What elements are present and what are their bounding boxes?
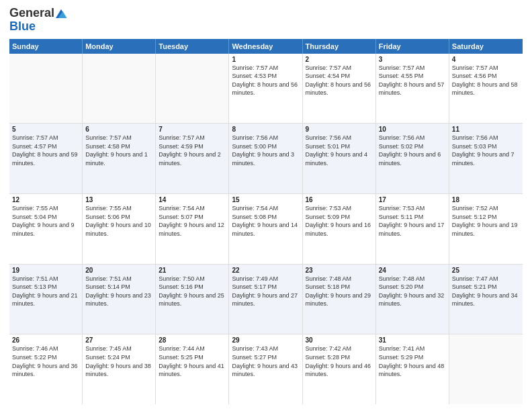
day-info: Sunrise: 7:57 AMSunset: 4:53 PMDaylight:… xyxy=(232,64,299,97)
day-info: Sunrise: 7:56 AMSunset: 5:00 PMDaylight:… xyxy=(232,134,299,167)
day-info: Sunrise: 7:51 AMSunset: 5:13 PMDaylight:… xyxy=(12,275,79,308)
day-number: 17 xyxy=(379,196,446,203)
day-number: 20 xyxy=(85,267,152,274)
cal-cell-day: 21Sunrise: 7:50 AMSunset: 5:16 PMDayligh… xyxy=(156,265,229,334)
logo-text: GeneralBlue xyxy=(9,7,67,34)
day-info: Sunrise: 7:57 AMSunset: 4:57 PMDaylight:… xyxy=(12,134,79,167)
cal-cell-day: 9Sunrise: 7:56 AMSunset: 5:01 PMDaylight… xyxy=(303,124,376,193)
cal-cell-day: 16Sunrise: 7:53 AMSunset: 5:09 PMDayligh… xyxy=(303,194,376,264)
cal-cell-day: 5Sunrise: 7:57 AMSunset: 4:57 PMDaylight… xyxy=(9,124,83,193)
day-number: 11 xyxy=(452,126,520,133)
day-number: 18 xyxy=(452,196,520,203)
calendar-row: 1Sunrise: 7:57 AMSunset: 4:53 PMDaylight… xyxy=(9,54,523,124)
cal-header-cell: Monday xyxy=(83,39,156,54)
day-info: Sunrise: 7:47 AMSunset: 5:21 PMDaylight:… xyxy=(452,275,520,308)
cal-cell-day: 18Sunrise: 7:52 AMSunset: 5:12 PMDayligh… xyxy=(449,194,523,264)
day-number: 15 xyxy=(232,196,299,203)
calendar-header: SundayMondayTuesdayWednesdayThursdayFrid… xyxy=(9,39,523,54)
cal-header-cell: Tuesday xyxy=(156,39,229,54)
day-info: Sunrise: 7:54 AMSunset: 5:07 PMDaylight:… xyxy=(159,204,226,238)
day-info: Sunrise: 7:57 AMSunset: 4:55 PMDaylight:… xyxy=(379,64,446,97)
day-number: 9 xyxy=(306,126,373,133)
cal-cell-day: 6Sunrise: 7:57 AMSunset: 4:58 PMDaylight… xyxy=(83,124,156,193)
cal-cell-day: 15Sunrise: 7:54 AMSunset: 5:08 PMDayligh… xyxy=(229,194,302,264)
day-info: Sunrise: 7:56 AMSunset: 5:02 PMDaylight:… xyxy=(379,134,446,167)
cal-cell-day: 12Sunrise: 7:55 AMSunset: 5:04 PMDayligh… xyxy=(9,194,83,264)
day-info: Sunrise: 7:55 AMSunset: 5:04 PMDaylight:… xyxy=(12,204,79,238)
cal-cell-day: 30Sunrise: 7:42 AMSunset: 5:28 PMDayligh… xyxy=(303,334,376,404)
day-number: 3 xyxy=(379,56,446,63)
cal-cell-day: 24Sunrise: 7:48 AMSunset: 5:20 PMDayligh… xyxy=(376,265,449,334)
logo-icon xyxy=(55,8,67,19)
logo: GeneralBlue xyxy=(9,7,67,34)
day-number: 5 xyxy=(12,126,79,133)
cal-header-cell: Sunday xyxy=(9,39,83,54)
cal-cell-day: 10Sunrise: 7:56 AMSunset: 5:02 PMDayligh… xyxy=(376,124,449,193)
day-info: Sunrise: 7:41 AMSunset: 5:29 PMDaylight:… xyxy=(379,345,446,378)
page-container: GeneralBlue SundayMondayTuesdayWednesday… xyxy=(0,0,532,411)
day-info: Sunrise: 7:53 AMSunset: 5:09 PMDaylight:… xyxy=(306,204,373,238)
day-info: Sunrise: 7:52 AMSunset: 5:12 PMDaylight:… xyxy=(452,204,520,238)
day-info: Sunrise: 7:56 AMSunset: 5:03 PMDaylight:… xyxy=(452,134,520,167)
day-number: 7 xyxy=(159,126,226,133)
day-number: 13 xyxy=(85,196,152,203)
cal-header-cell: Wednesday xyxy=(229,39,302,54)
calendar-row: 26Sunrise: 7:46 AMSunset: 5:22 PMDayligh… xyxy=(9,334,523,404)
cal-cell-day: 19Sunrise: 7:51 AMSunset: 5:13 PMDayligh… xyxy=(9,265,83,334)
day-info: Sunrise: 7:46 AMSunset: 5:22 PMDaylight:… xyxy=(12,345,79,378)
day-number: 8 xyxy=(232,126,299,133)
day-number: 31 xyxy=(379,336,446,344)
day-info: Sunrise: 7:55 AMSunset: 5:06 PMDaylight:… xyxy=(85,204,152,238)
cal-cell-day: 20Sunrise: 7:51 AMSunset: 5:14 PMDayligh… xyxy=(83,265,156,334)
cal-cell-empty xyxy=(449,334,523,404)
day-info: Sunrise: 7:57 AMSunset: 4:54 PMDaylight:… xyxy=(306,64,373,97)
day-info: Sunrise: 7:42 AMSunset: 5:28 PMDaylight:… xyxy=(306,345,373,378)
day-info: Sunrise: 7:51 AMSunset: 5:14 PMDaylight:… xyxy=(85,275,152,308)
cal-cell-day: 26Sunrise: 7:46 AMSunset: 5:22 PMDayligh… xyxy=(9,334,83,404)
day-number: 23 xyxy=(306,267,373,274)
cal-cell-empty xyxy=(83,54,156,124)
day-info: Sunrise: 7:45 AMSunset: 5:24 PMDaylight:… xyxy=(85,345,152,378)
cal-header-cell: Thursday xyxy=(303,39,376,54)
calendar: SundayMondayTuesdayWednesdayThursdayFrid… xyxy=(9,39,523,404)
cal-cell-day: 8Sunrise: 7:56 AMSunset: 5:00 PMDaylight… xyxy=(229,124,302,193)
day-info: Sunrise: 7:43 AMSunset: 5:27 PMDaylight:… xyxy=(232,345,299,378)
day-number: 27 xyxy=(85,336,152,344)
cal-cell-day: 3Sunrise: 7:57 AMSunset: 4:55 PMDaylight… xyxy=(376,54,449,124)
day-info: Sunrise: 7:57 AMSunset: 4:59 PMDaylight:… xyxy=(159,134,226,167)
cal-cell-day: 22Sunrise: 7:49 AMSunset: 5:17 PMDayligh… xyxy=(229,265,302,334)
day-info: Sunrise: 7:57 AMSunset: 4:56 PMDaylight:… xyxy=(452,64,520,97)
logo-blue: Blue xyxy=(9,19,36,33)
calendar-row: 5Sunrise: 7:57 AMSunset: 4:57 PMDaylight… xyxy=(9,124,523,194)
cal-cell-day: 25Sunrise: 7:47 AMSunset: 5:21 PMDayligh… xyxy=(449,265,523,334)
cal-cell-day: 27Sunrise: 7:45 AMSunset: 5:24 PMDayligh… xyxy=(83,334,156,404)
day-number: 29 xyxy=(232,336,299,344)
logo-general: General xyxy=(9,7,54,20)
cal-cell-day: 7Sunrise: 7:57 AMSunset: 4:59 PMDaylight… xyxy=(156,124,229,193)
day-info: Sunrise: 7:48 AMSunset: 5:20 PMDaylight:… xyxy=(379,275,446,308)
day-number: 30 xyxy=(306,336,373,344)
day-number: 16 xyxy=(306,196,373,203)
cal-cell-day: 23Sunrise: 7:48 AMSunset: 5:18 PMDayligh… xyxy=(303,265,376,334)
cal-cell-day: 14Sunrise: 7:54 AMSunset: 5:07 PMDayligh… xyxy=(156,194,229,264)
day-number: 21 xyxy=(159,267,226,274)
cal-cell-day: 31Sunrise: 7:41 AMSunset: 5:29 PMDayligh… xyxy=(376,334,449,404)
day-number: 4 xyxy=(452,56,520,63)
cal-cell-empty xyxy=(156,54,229,124)
day-info: Sunrise: 7:49 AMSunset: 5:17 PMDaylight:… xyxy=(232,275,299,308)
day-info: Sunrise: 7:54 AMSunset: 5:08 PMDaylight:… xyxy=(232,204,299,238)
cal-cell-day: 29Sunrise: 7:43 AMSunset: 5:27 PMDayligh… xyxy=(229,334,302,404)
day-info: Sunrise: 7:44 AMSunset: 5:25 PMDaylight:… xyxy=(159,345,226,378)
cal-header-cell: Friday xyxy=(376,39,449,54)
day-number: 19 xyxy=(12,267,79,274)
day-number: 22 xyxy=(232,267,299,274)
calendar-row: 12Sunrise: 7:55 AMSunset: 5:04 PMDayligh… xyxy=(9,194,523,265)
day-number: 6 xyxy=(85,126,152,133)
cal-cell-empty xyxy=(9,54,83,124)
day-number: 10 xyxy=(379,126,446,133)
cal-cell-day: 13Sunrise: 7:55 AMSunset: 5:06 PMDayligh… xyxy=(83,194,156,264)
day-number: 12 xyxy=(12,196,79,203)
cal-header-cell: Saturday xyxy=(449,39,523,54)
day-number: 14 xyxy=(159,196,226,203)
calendar-row: 19Sunrise: 7:51 AMSunset: 5:13 PMDayligh… xyxy=(9,265,523,335)
